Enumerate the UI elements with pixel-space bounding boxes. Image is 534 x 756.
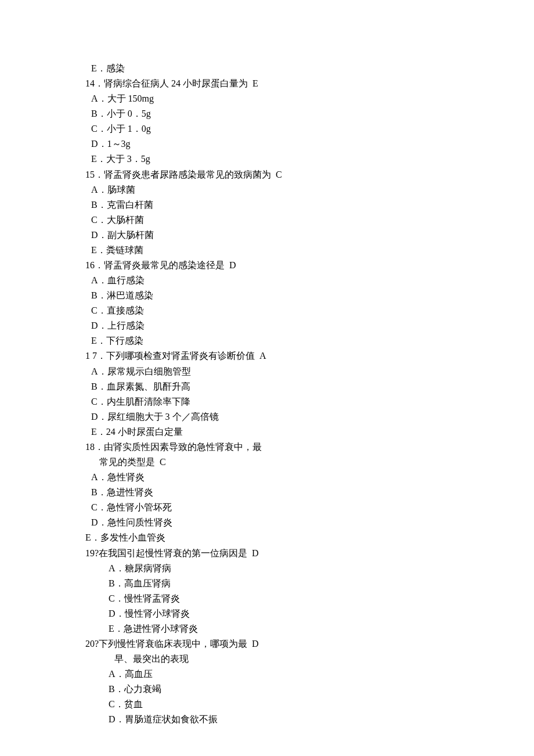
text-line: B．小于 0．5g (85, 106, 534, 121)
text-line: B．高血压肾病 (85, 576, 534, 591)
text-line: 20?下列慢性肾衰临床表现中，哪项为最 D (85, 636, 534, 651)
text-line: E．粪链球菌 (85, 243, 534, 258)
text-line: 1 7．下列哪项检查对肾盂肾炎有诊断价值 A (85, 348, 534, 363)
text-line: D．急性问质性肾炎 (85, 515, 534, 530)
text-line: C．贫血 (85, 697, 534, 712)
text-line: D．尿红细胞大于 3 个／高倍镜 (85, 409, 534, 424)
text-line: B．心力衰竭 (85, 682, 534, 697)
text-line: 早、最突出的表现 (85, 651, 534, 667)
text-line: C．小于 1．0g (85, 121, 534, 136)
text-line: 16．肾盂肾炎最常见的感染途径是 D (85, 258, 534, 273)
text-line: 常见的类型是 C (85, 455, 534, 470)
text-line: D．上行感染 (85, 318, 534, 333)
text-line: A．高血压 (85, 667, 534, 682)
text-line: D．胃肠道症状如食欲不振 (85, 712, 534, 727)
text-line: 19?在我国引起慢性肾衰的第一位病因是 D (85, 546, 534, 561)
text-line: C．大肠杆菌 (85, 213, 534, 228)
text-line: A．血行感染 (85, 273, 534, 288)
text-line: E．感染 (85, 61, 534, 76)
text-line: D．1～3g (85, 136, 534, 152)
text-line: C．直接感染 (85, 303, 534, 318)
text-line: A．尿常规示白细胞管型 (85, 364, 534, 379)
text-line: E．多发性小血管炎 (85, 530, 534, 545)
text-line: E．24 小时尿蛋白定量 (85, 424, 534, 440)
text-line: B．淋巴道感染 (85, 288, 534, 303)
document-body: E．感染14．肾病综合征病人 24 小时尿蛋白量为 EA．大于 150mgB．小… (85, 61, 534, 727)
text-line: B．血尿素氮、肌酐升高 (85, 379, 534, 394)
text-line: A．肠球菌 (85, 182, 534, 197)
text-line: C．内生肌酐清除率下降 (85, 394, 534, 409)
text-line: D．副大肠杆菌 (85, 228, 534, 243)
text-line: E．大于 3．5g (85, 152, 534, 167)
text-line: E．下行感染 (85, 333, 534, 348)
text-line: 14．肾病综合征病人 24 小时尿蛋白量为 E (85, 76, 534, 91)
text-line: C．慢性肾盂肾炎 (85, 591, 534, 606)
text-line: D．慢性肾小球肾炎 (85, 606, 534, 621)
text-line: A．糖尿病肾病 (85, 561, 534, 576)
text-line: A．大于 150mg (85, 91, 534, 106)
text-line: 15．肾盂肾炎患者尿路感染最常见的致病菌为 C (85, 167, 534, 182)
text-line: A．急性肾炎 (85, 470, 534, 485)
text-line: 18．由肾实质性因素导致的急性肾衰中，最 (85, 440, 534, 455)
text-line: C．急性肾小管坏死 (85, 500, 534, 515)
text-line: E．急进性肾小球肾炎 (85, 621, 534, 636)
text-line: B．急进性肾炎 (85, 485, 534, 500)
text-line: B．克雷白杆菌 (85, 197, 534, 213)
